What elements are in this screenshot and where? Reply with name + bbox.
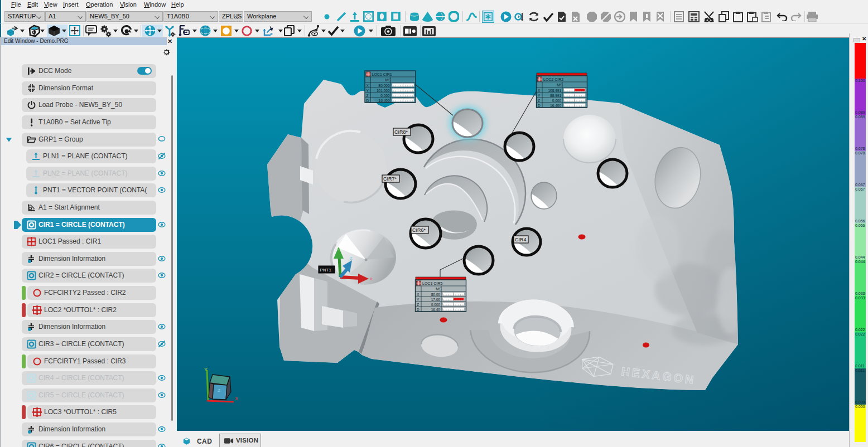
svg-text:16.400: 16.400 [550,104,561,108]
svg-text:16.400: 16.400 [379,99,390,103]
svg-text:Z: Z [538,99,540,103]
svg-text:MS: MS [385,78,392,82]
svg-text:D: D [367,99,369,103]
svg-text:Z: Z [350,256,353,261]
svg-text:CIR7*: CIR7* [383,176,397,182]
svg-text:0.000: 0.000 [431,303,441,307]
svg-text:Y: Y [337,247,340,252]
svg-text:16.40: 16.40 [431,308,441,312]
svg-text:80.00: 80.00 [431,293,441,297]
svg-text:0.000: 0.000 [380,94,390,98]
svg-text:CIR8*: CIR8* [394,129,408,135]
svg-text:CIR4: CIR4 [515,237,527,242]
svg-text:x: x [370,276,373,281]
svg-text:Y: Y [367,89,369,93]
svg-text:17.00: 17.00 [431,298,441,302]
svg-text:MS: MS [557,83,563,87]
svg-text:D: D [417,308,419,312]
svg-text:X: X [417,293,419,297]
svg-text:X: X [538,89,541,93]
svg-text:0.000: 0.000 [552,99,562,103]
svg-text:Y: Y [538,94,541,98]
svg-text:Y: Y [204,367,208,372]
svg-text:Z: Z [367,94,369,98]
svg-text:CIR6*: CIR6* [412,227,426,233]
svg-text:Z: Z [417,303,419,307]
svg-text:X: X [367,84,369,88]
svg-text:Z: Z [218,388,220,393]
svg-text:LOC3 CIR5: LOC3 CIR5 [422,281,442,285]
svg-text:MS: MS [436,287,442,291]
svg-text:LOC2 CIR2: LOC2 CIR2 [543,77,563,81]
svg-text:88.991: 88.991 [550,94,561,98]
svg-text:108.991: 108.991 [548,89,562,93]
svg-text:PNT1: PNT1 [320,268,332,273]
svg-text:X: X [235,396,238,401]
svg-text:LOC1 CIR1: LOC1 CIR1 [372,72,392,76]
svg-text:D: D [538,104,541,108]
svg-text:Y: Y [417,298,419,302]
svg-text:101.000: 101.000 [377,89,390,93]
svg-text:80.000: 80.000 [379,84,390,88]
